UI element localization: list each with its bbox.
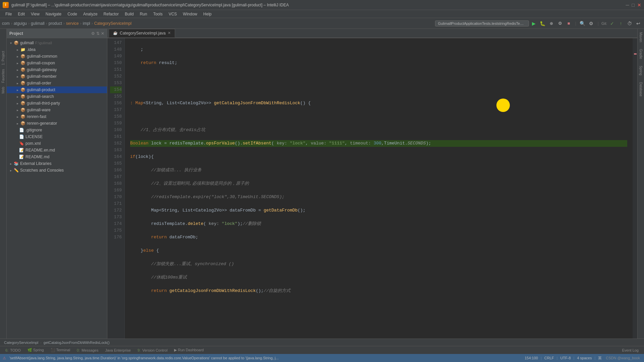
status-lang[interactable]: 英 — [597, 356, 603, 361]
tab-java-enterprise[interactable]: Java Enterprise — [102, 348, 133, 353]
tree-item-gulimall-member[interactable]: ▸ 📦 gulimall-member — [7, 73, 107, 80]
tree-item-pomxml[interactable]: 🔖 pom.xml — [7, 140, 107, 147]
tree-item-gulimall-ware[interactable]: ▸ 📦 gulimall-ware — [7, 107, 107, 113]
tree-item-license[interactable]: 📄 LICENSE — [7, 133, 107, 140]
menu-help[interactable]: Help — [201, 11, 214, 17]
tree-arrow-member[interactable]: ▸ — [15, 74, 20, 79]
tree-arrow-ware[interactable]: ▸ — [15, 107, 20, 113]
tree-arrow-coupon[interactable]: ▸ — [15, 60, 20, 66]
git-commit-button[interactable]: ✓ — [608, 20, 616, 27]
status-position[interactable]: 154:100 — [523, 356, 539, 360]
right-gutter[interactable] — [633, 38, 637, 339]
bc-impl[interactable]: impl — [83, 21, 90, 26]
menu-navigate[interactable]: Navigate — [43, 11, 64, 17]
menu-view[interactable]: View — [28, 11, 42, 17]
coverage-button[interactable]: ⊕ — [548, 20, 555, 27]
close-button[interactable]: ✕ — [637, 2, 641, 8]
menu-refactor[interactable]: Refactor — [101, 11, 121, 17]
bc-service[interactable]: service — [66, 21, 79, 26]
tree-arrow-renren-fast[interactable]: ▸ — [15, 114, 20, 119]
tab-event-log[interactable]: Event Log — [619, 348, 641, 353]
tree-arrow-product[interactable]: ▸ — [15, 87, 20, 93]
project-panel-toggle[interactable]: 1: Project — [1, 49, 6, 67]
menu-window[interactable]: Window — [180, 11, 200, 17]
tab-spring[interactable]: 🌿 Spring — [25, 347, 47, 353]
maven-toggle[interactable]: Maven — [638, 29, 643, 46]
tree-arrow-third[interactable]: ▸ — [15, 101, 20, 106]
project-panel-close[interactable]: ✕ — [101, 31, 104, 36]
gradle-toggle[interactable]: Gradle — [638, 46, 643, 62]
bc-categoryserviceimpl[interactable]: CategoryServiceImpl — [94, 21, 131, 26]
tree-arrow-scratches[interactable]: ▸ — [8, 168, 13, 173]
spring-toggle[interactable]: Spring — [638, 62, 643, 79]
menu-vcs[interactable]: VCS — [166, 11, 180, 17]
tree-item-gulimall-third-party[interactable]: ▸ 📦 gulimall-third-party — [7, 100, 107, 107]
git-push-button[interactable]: ↑ — [617, 20, 625, 27]
status-line-ending[interactable]: CRLF — [543, 356, 555, 360]
tree-item-ext-libraries[interactable]: ▸ 📚 External Libraries — [7, 160, 107, 167]
menu-edit[interactable]: Edit — [15, 11, 28, 17]
project-panel-gear[interactable]: ⚙ — [91, 31, 95, 36]
build-button[interactable]: ⚙ — [556, 20, 564, 27]
tree-item-gulimall-gateway[interactable]: ▸ 📦 gulimall-gateway — [7, 66, 107, 73]
menu-file[interactable]: File — [3, 11, 14, 17]
debug-button[interactable]: 🐛 — [539, 20, 546, 27]
menu-analyze[interactable]: Analyze — [80, 11, 100, 17]
run-button[interactable]: ▶ — [530, 20, 538, 27]
tree-arrow-order[interactable]: ▸ — [15, 80, 20, 86]
tree-item-gulimall-search[interactable]: ▸ 📦 gulimall-search — [7, 93, 107, 100]
editor-tab-categoryserviceimpl[interactable]: ☕ CategoryServiceImpl.java ✕ — [109, 29, 175, 38]
tab-messages[interactable]: 0: Messages — [74, 348, 101, 353]
bc-product[interactable]: product — [49, 21, 62, 26]
tree-item-gulimall-order[interactable]: ▸ 📦 gulimall-order — [7, 80, 107, 86]
menu-run[interactable]: Run — [137, 11, 150, 17]
tree-item-gulimall[interactable]: ▾ 📦 gulimall F:\gulimall — [7, 40, 107, 46]
tree-item-renren-generator[interactable]: ▸ 📦 renren-generator — [7, 120, 107, 127]
tree-arrow-gulimall[interactable]: ▾ — [8, 40, 13, 46]
tree-arrow-search[interactable]: ▸ — [15, 94, 20, 99]
bc-com[interactable]: com — [2, 21, 10, 26]
code-content[interactable]: ; return result; : Map<String, List<Cate… — [125, 38, 633, 339]
git-back-button[interactable]: ↩ — [635, 20, 642, 27]
status-warning-text[interactable]: 'setIfAbsent(java.lang.String, java.lang… — [8, 356, 280, 360]
tab-terminal[interactable]: ⬛ Terminal — [48, 347, 73, 353]
tab-version-control[interactable]: 9: Version Control — [135, 348, 170, 353]
menu-build[interactable]: Build — [122, 11, 137, 17]
tab-todo[interactable]: 6: TODO — [3, 348, 23, 353]
code-editor[interactable]: 147 148 149 150 151 152 153 154 155 156 … — [107, 38, 637, 339]
database-toggle[interactable]: Database — [638, 79, 643, 100]
tree-arrow-ext[interactable]: ▸ — [8, 161, 13, 166]
search-button[interactable]: 🔍 — [579, 20, 586, 27]
tree-arrow-common[interactable]: ▸ — [15, 54, 20, 59]
tree-item-readme-en[interactable]: 📝 README.en.md — [7, 147, 107, 154]
favorites-toggle[interactable]: Favorites — [1, 67, 6, 85]
bc-gulimall[interactable]: gulimall — [31, 21, 45, 26]
status-indent[interactable]: 4 spaces — [576, 356, 593, 360]
tree-item-gulimall-coupon[interactable]: ▸ 📦 gulimall-coupon — [7, 60, 107, 66]
tree-arrow-idea[interactable]: ▸ — [15, 47, 20, 52]
git-history-button[interactable]: ⏱ — [626, 20, 633, 27]
tree-arrow-gateway[interactable]: ▸ — [15, 67, 20, 72]
status-encoding[interactable]: UTF-8 — [559, 356, 572, 360]
bc-atguigu[interactable]: atguigu — [14, 21, 27, 26]
breadcrumb-class[interactable]: CategoryServiceImpl — [4, 341, 38, 345]
tree-item-gitignore[interactable]: 📄 .gitignore — [7, 127, 107, 133]
menu-tools[interactable]: Tools — [151, 11, 165, 17]
tab-run-dashboard[interactable]: ▶ Run Dashboard — [171, 347, 206, 353]
tree-item-scratches[interactable]: ▸ ✏️ Scratches and Consoles — [7, 167, 107, 174]
breadcrumb-method[interactable]: getCatalogJsonFromDbWithRedisLock() — [44, 341, 110, 345]
minimize-button[interactable]: ─ — [626, 2, 629, 8]
tree-item-gulimall-common[interactable]: ▸ 📦 gulimall-common — [7, 53, 107, 60]
tree-item-idea[interactable]: ▸ 📁 .idea — [7, 46, 107, 53]
tree-item-gulimall-product[interactable]: ▸ 📦 gulimall-product — [7, 86, 107, 93]
tree-item-readme[interactable]: 📝 README.md — [7, 154, 107, 160]
tree-arrow-renren-gen[interactable]: ▸ — [15, 121, 20, 126]
tab-close-button[interactable]: ✕ — [168, 31, 171, 35]
stop-button[interactable]: ■ — [565, 20, 573, 27]
maximize-button[interactable]: □ — [632, 2, 635, 8]
project-panel-expand[interactable]: ⇅ — [96, 31, 100, 36]
tree-item-renren-fast[interactable]: ▸ 📦 renren-fast — [7, 113, 107, 120]
run-config-selector[interactable]: GulimallProductApplicationTests.teststri… — [435, 20, 529, 26]
settings-button[interactable]: ⚙ — [588, 20, 595, 27]
web-toggle[interactable]: Web — [1, 85, 6, 96]
